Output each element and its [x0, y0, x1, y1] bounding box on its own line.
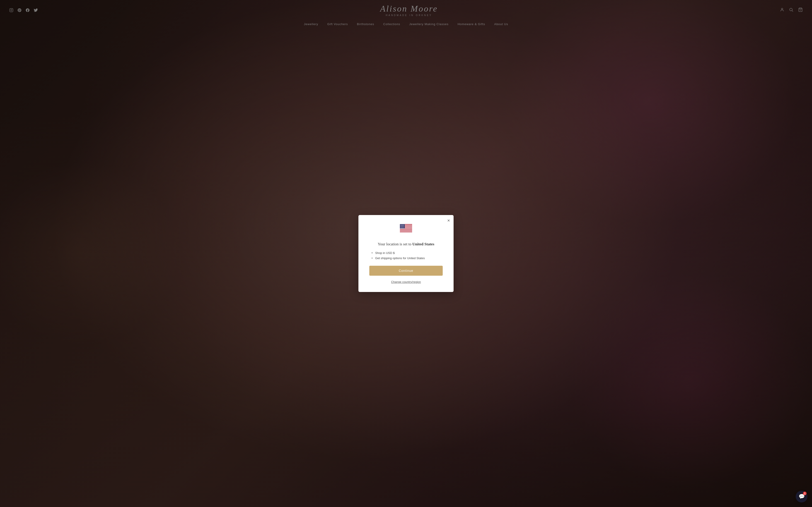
- svg-rect-13: [400, 231, 412, 232]
- svg-rect-12: [400, 230, 412, 230]
- change-country-link[interactable]: Change country/region: [391, 280, 421, 284]
- modal-info-list: Shop in USD $ Get shipping options for U…: [369, 251, 443, 260]
- flag-container: ★★★★★★ ★★★★★ ★★★★★★ ★★★★★ ★★★★★★ ★★★★★: [369, 224, 443, 237]
- svg-text:★★★★★: ★★★★★: [401, 227, 404, 228]
- chat-bubble[interactable]: 💬 1: [796, 491, 807, 502]
- us-flag-icon: ★★★★★★ ★★★★★ ★★★★★★ ★★★★★ ★★★★★★ ★★★★★: [400, 224, 412, 232]
- location-modal: × ★★★★★★ ★★★★★ ★★★★★★ ★★★★★: [358, 215, 454, 292]
- chat-badge: 1: [803, 492, 807, 495]
- modal-location: United States: [412, 242, 434, 246]
- modal-currency-info: Shop in USD $: [371, 251, 443, 255]
- modal-close-button[interactable]: ×: [447, 218, 450, 223]
- modal-overlay: × ★★★★★★ ★★★★★ ★★★★★★ ★★★★★: [0, 0, 812, 507]
- modal-shipping-info: Get shipping options for United States: [371, 257, 443, 260]
- svg-rect-11: [400, 229, 412, 229]
- continue-button[interactable]: Continue: [369, 266, 443, 276]
- modal-title: Your location is set to United States: [369, 241, 443, 247]
